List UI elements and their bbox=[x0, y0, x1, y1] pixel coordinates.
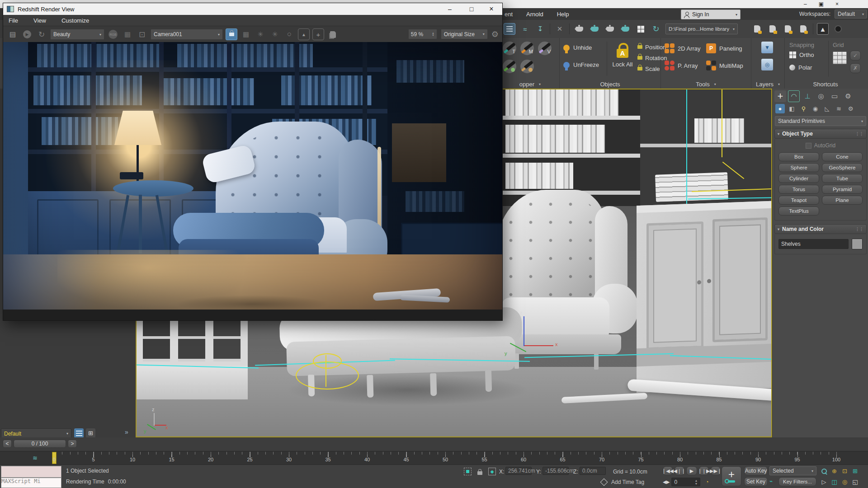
isolate-selection-icon[interactable] bbox=[464, 468, 472, 475]
vp-spline-yellow-vertical[interactable] bbox=[722, 89, 722, 157]
tick-label[interactable]: 70 bbox=[595, 457, 609, 462]
create-lights-icon[interactable]: ⚲ bbox=[799, 104, 808, 113]
add-snapshot-icon[interactable]: + bbox=[312, 28, 324, 40]
coord-x-field[interactable]: 256.741cm bbox=[505, 467, 532, 475]
redshift-menu-view[interactable]: View bbox=[33, 17, 46, 24]
create-helpers-icon[interactable]: ◺ bbox=[822, 104, 832, 113]
tick-label[interactable]: 55 bbox=[478, 457, 491, 462]
save-snapshot-icon[interactable]: ▤ bbox=[7, 28, 19, 40]
script-macro-icon[interactable] bbox=[797, 23, 809, 35]
ribbon-group-tools-label[interactable]: Tools▾ bbox=[661, 81, 751, 88]
tick-label[interactable]: 75 bbox=[634, 457, 648, 462]
region-render-icon[interactable]: ○ bbox=[283, 28, 295, 40]
tick-label[interactable]: 95 bbox=[791, 457, 804, 462]
start-render-icon[interactable]: ▶ bbox=[21, 28, 33, 40]
zoom-all-icon[interactable]: ⊕ bbox=[830, 466, 839, 476]
rendered-frame-window-icon[interactable] bbox=[589, 23, 600, 35]
schematic-view-icon[interactable]: ✕ bbox=[554, 23, 566, 35]
copy-snapshot-icon[interactable] bbox=[327, 28, 339, 40]
create-torus-button[interactable]: Torus bbox=[778, 185, 819, 194]
layer-manager-icon[interactable]: ◎ bbox=[761, 59, 773, 70]
create-shapes-icon[interactable]: ◧ bbox=[787, 104, 797, 113]
create-pyramid-button[interactable]: Pyramid bbox=[822, 185, 863, 194]
restore-icon[interactable]: ▣ bbox=[819, 1, 824, 7]
display-size-dropdown[interactable]: Original Size ▾ bbox=[441, 29, 488, 39]
zoom-extents-icon[interactable]: ⊡ bbox=[840, 466, 849, 476]
dropper-m-icon[interactable]: M bbox=[520, 42, 534, 55]
tab-hierarchy[interactable]: ⊥ bbox=[802, 90, 813, 102]
autogrid-checkbox[interactable] bbox=[806, 143, 811, 149]
go-to-end-button[interactable]: ▶▶❘ bbox=[711, 466, 721, 475]
object-type-rollout-header[interactable]: ▾ Object Type ⋮⋮ bbox=[774, 129, 867, 139]
slider-next-button[interactable]: > bbox=[68, 440, 77, 448]
tick-label[interactable]: 65 bbox=[556, 457, 570, 462]
script-run-icon[interactable] bbox=[751, 23, 763, 35]
tick-label[interactable]: 100 bbox=[830, 457, 843, 462]
ribbon-group-layers-label[interactable]: Layers▾ bbox=[751, 81, 784, 88]
grid-apply-button[interactable]: ✓ bbox=[850, 51, 861, 61]
orbit-icon[interactable]: ◎ bbox=[840, 477, 849, 487]
key-mode-icon[interactable]: ⌁ bbox=[769, 478, 773, 484]
workspaces-dropdown[interactable]: Default ▾ bbox=[835, 9, 867, 19]
time-configuration-icon[interactable]: ◔ bbox=[702, 477, 712, 487]
dropper-t-icon[interactable]: T bbox=[503, 42, 516, 55]
tick-label[interactable]: 15 bbox=[165, 457, 179, 462]
menu-content[interactable]: ent bbox=[505, 11, 513, 18]
rgb-channel-icon[interactable]: RGB bbox=[107, 28, 119, 40]
auto-key-button[interactable]: Auto Key bbox=[744, 466, 768, 475]
create-cylinder-button[interactable]: Cylinder bbox=[778, 174, 819, 183]
tick-label[interactable]: 0 bbox=[47, 457, 61, 462]
grid-cancel-button[interactable]: ✗ bbox=[850, 63, 861, 73]
object-color-swatch[interactable] bbox=[852, 239, 863, 249]
redshift-menu-file[interactable]: File bbox=[9, 17, 18, 24]
play-button[interactable]: ▶ bbox=[686, 466, 697, 475]
crop-icon[interactable]: ⊡ bbox=[136, 28, 148, 40]
curve-editor-icon[interactable]: ≈ bbox=[519, 23, 531, 35]
render-settings-gear-icon[interactable]: ⚙ bbox=[491, 29, 499, 39]
create-cone-button[interactable]: Cone bbox=[822, 152, 863, 161]
ribbon-group-dropper-label[interactable]: opper▾ bbox=[501, 81, 559, 88]
selection-set-dropdown[interactable]: Selected ▾ bbox=[769, 466, 816, 475]
dropper-v-icon[interactable]: V bbox=[538, 42, 552, 55]
render-cloud-icon[interactable] bbox=[619, 23, 631, 35]
maxscript-listener-pane[interactable]: MAXScript Mi bbox=[1, 478, 61, 488]
create-box-button[interactable]: Box bbox=[778, 152, 819, 161]
vp-spline-cyan-vertical[interactable] bbox=[686, 89, 687, 217]
slider-prev-button[interactable]: < bbox=[3, 440, 12, 448]
tick-label[interactable]: 60 bbox=[517, 457, 530, 462]
spinner-icon[interactable]: ▲▼ bbox=[694, 479, 698, 485]
create-sphere-button[interactable]: Sphere bbox=[778, 163, 819, 172]
menu-help[interactable]: Help bbox=[557, 11, 569, 18]
unfreeze-button[interactable]: UnFreeze bbox=[573, 61, 599, 68]
current-frame-field[interactable]: 0▲▼ bbox=[671, 478, 700, 486]
category-dropdown[interactable]: Standard Primitives ▾ bbox=[775, 116, 866, 126]
zoom-icon[interactable] bbox=[819, 466, 829, 476]
spinner-icon[interactable]: ▲▼ bbox=[432, 32, 434, 37]
go-to-start-button[interactable]: ❘◀◀ bbox=[663, 466, 673, 475]
timeline-ruler[interactable]: ≋ 0 5 10 15 20 25 30 35 40 45 50 55 60 6… bbox=[0, 451, 868, 465]
time-slider[interactable]: 0 / 100 bbox=[14, 440, 66, 448]
dropper-material-icon[interactable] bbox=[520, 60, 534, 73]
lock-all-button[interactable]: Lock All bbox=[610, 42, 635, 68]
tab-display[interactable]: ▭ bbox=[829, 90, 840, 102]
previous-frame-button[interactable]: ◀❘❘ bbox=[675, 466, 684, 475]
minimize-icon[interactable]: – bbox=[441, 5, 459, 13]
frame-nudge-icon[interactable]: ◀▶ bbox=[663, 479, 670, 484]
menu-arnold[interactable]: Arnold bbox=[526, 11, 543, 18]
zoom-region-icon[interactable]: ▷ bbox=[819, 477, 829, 487]
key-filters-button[interactable]: Key Filters... bbox=[778, 477, 816, 486]
grid-icon[interactable] bbox=[833, 52, 847, 64]
tick-label[interactable]: 35 bbox=[321, 457, 335, 462]
environment-light-icon[interactable] bbox=[832, 23, 844, 35]
camera-dropdown[interactable]: Camera001 ▾ bbox=[151, 29, 223, 40]
overflow-chevron[interactable]: » bbox=[125, 428, 128, 436]
script-open-icon[interactable] bbox=[767, 23, 778, 35]
tick-label[interactable]: 85 bbox=[712, 457, 726, 462]
ribbon-group-objects-label[interactable]: Objects bbox=[560, 81, 660, 88]
minimize-icon[interactable]: – bbox=[804, 1, 807, 7]
tick-label[interactable]: 30 bbox=[282, 457, 296, 462]
close-icon[interactable]: × bbox=[835, 1, 839, 7]
sign-in-button[interactable]: Sign In ▾ bbox=[681, 9, 741, 19]
render-setup-icon[interactable] bbox=[573, 23, 585, 35]
snapshot-image-icon[interactable]: ▲ bbox=[298, 28, 310, 40]
